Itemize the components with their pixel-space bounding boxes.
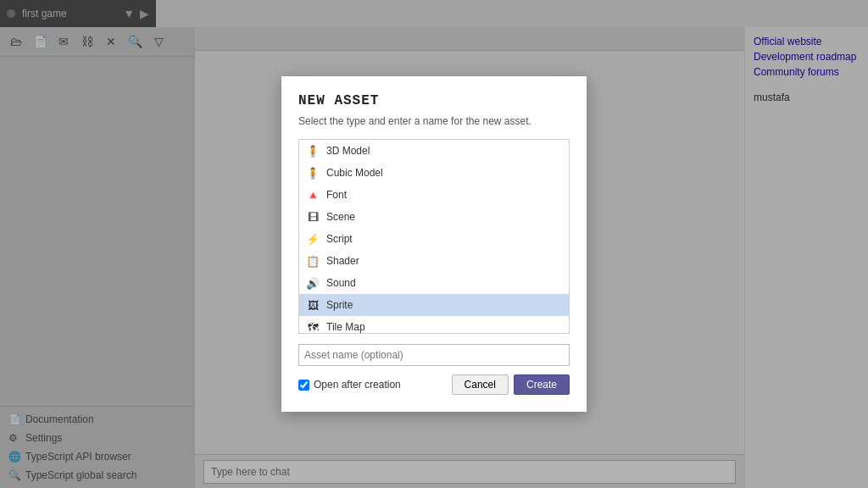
asset-label-tile-map: Tile Map [326,321,365,333]
asset-item-3d-model[interactable]: 🧍3D Model [299,140,569,162]
asset-item-font[interactable]: 🔺Font [299,184,569,206]
dialog-title: NEW ASSET [298,93,570,108]
asset-item-script[interactable]: ⚡Script [299,228,569,250]
new-asset-dialog: NEW ASSET Select the type and enter a na… [281,76,587,412]
shader-icon: 📋 [306,254,320,268]
dialog-subtitle: Select the type and enter a name for the… [298,115,570,127]
asset-label-sound: Sound [326,277,356,289]
scene-icon: 🎞 [306,210,320,224]
asset-label-shader: Shader [326,255,359,267]
sound-icon: 🔊 [306,276,320,290]
asset-label-font: Font [326,189,347,201]
create-button[interactable]: Create [514,374,570,395]
open-after-creation-checkbox[interactable]: Open after creation [298,379,401,391]
asset-item-sprite[interactable]: 🖼Sprite [299,294,569,316]
asset-item-sound[interactable]: 🔊Sound [299,272,569,294]
asset-item-tile-map[interactable]: 🗺Tile Map [299,316,569,334]
asset-label-script: Script [326,233,353,245]
cubic-model-icon: 🧍 [306,166,320,180]
font-icon: 🔺 [306,188,320,202]
dialog-buttons: Cancel Create [452,374,570,395]
asset-type-list[interactable]: 🧍3D Model🧍Cubic Model🔺Font🎞Scene⚡Script📋… [298,139,570,334]
asset-item-cubic-model[interactable]: 🧍Cubic Model [299,162,569,184]
asset-item-shader[interactable]: 📋Shader [299,250,569,272]
modal-overlay: NEW ASSET Select the type and enter a na… [0,0,868,488]
script-icon: ⚡ [306,232,320,246]
tile-map-icon: 🗺 [306,320,320,334]
open-after-checkbox-input[interactable] [298,380,309,391]
sprite-icon: 🖼 [306,298,320,312]
3d-model-icon: 🧍 [306,144,320,158]
asset-label-sprite: Sprite [326,299,353,311]
asset-label-scene: Scene [326,211,355,223]
dialog-footer: Open after creation Cancel Create [298,374,570,395]
open-after-label: Open after creation [314,379,401,391]
asset-name-input[interactable] [298,344,570,366]
asset-item-scene[interactable]: 🎞Scene [299,206,569,228]
asset-label-3d-model: 3D Model [326,145,370,157]
cancel-button[interactable]: Cancel [452,374,509,395]
asset-label-cubic-model: Cubic Model [326,167,383,179]
